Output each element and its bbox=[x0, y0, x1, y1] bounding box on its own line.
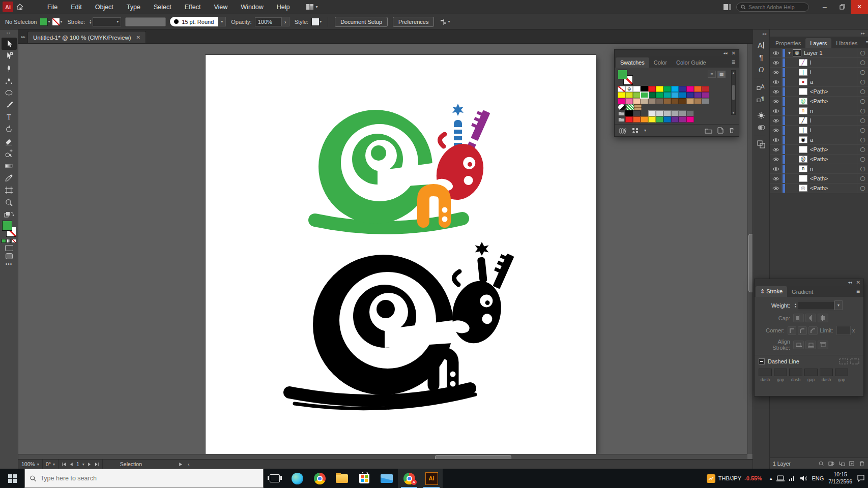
opacity-expand-button[interactable]: › bbox=[281, 17, 290, 26]
layer-thumbnail[interactable]: n bbox=[799, 165, 807, 172]
taskbar-illustrator-icon[interactable]: Ai bbox=[420, 469, 443, 488]
artboards-panel-icon[interactable] bbox=[754, 138, 768, 150]
rotation-dropdown[interactable]: 0°▾ bbox=[43, 460, 59, 469]
layer-thumbnail[interactable] bbox=[799, 175, 807, 182]
taskbar-search-input[interactable] bbox=[40, 475, 258, 482]
collapse-panels-icon[interactable]: ▸▸ bbox=[770, 29, 868, 37]
layer-target-circle[interactable]: ◯ bbox=[857, 126, 868, 135]
swatch[interactable] bbox=[663, 116, 671, 123]
black-snail-artwork[interactable] bbox=[290, 242, 514, 409]
tool-direct-selection[interactable] bbox=[2, 50, 17, 62]
fill-indicator[interactable] bbox=[2, 221, 12, 231]
laptop-icon[interactable] bbox=[776, 475, 785, 481]
swatch[interactable] bbox=[694, 86, 702, 92]
paragraph-styles-panel-icon[interactable]: ¶ bbox=[754, 93, 768, 105]
layer-target-circle[interactable]: ◯ bbox=[857, 174, 868, 183]
layer-target-circle[interactable]: ◯ bbox=[857, 77, 868, 86]
weight-stepper[interactable]: ▴▾ bbox=[795, 303, 796, 308]
layer-row-9[interactable]: ◉a◯ bbox=[770, 135, 868, 145]
workspace-switcher-icon[interactable] bbox=[718, 4, 736, 10]
swatch[interactable] bbox=[633, 110, 641, 116]
minimize-button[interactable]: ─ bbox=[816, 0, 833, 14]
swatch[interactable] bbox=[625, 98, 633, 104]
style-label[interactable]: Style: bbox=[295, 19, 309, 25]
layer-target-circle[interactable]: ◯ bbox=[857, 106, 868, 115]
document-setup-button[interactable]: Document Setup bbox=[335, 17, 388, 27]
swatch[interactable] bbox=[648, 98, 656, 104]
swatch[interactable] bbox=[641, 98, 648, 104]
layer-name[interactable]: Layer 1 bbox=[804, 50, 823, 56]
layer-target-circle[interactable]: ◯ bbox=[857, 97, 868, 106]
maximize-button[interactable] bbox=[833, 0, 851, 14]
swatches-scrollbar[interactable]: ▴▾ bbox=[731, 70, 736, 115]
first-artboard-icon[interactable] bbox=[62, 462, 66, 467]
swatch-selected[interactable] bbox=[641, 92, 648, 98]
brush-definition-dropdown[interactable]: 15 pt. Round bbox=[170, 17, 218, 26]
swatch[interactable] bbox=[679, 92, 686, 98]
horizontal-scrollbar-thumb[interactable] bbox=[435, 455, 511, 459]
layer-name[interactable]: <Path> bbox=[810, 175, 828, 181]
color-mode-none[interactable] bbox=[12, 239, 16, 243]
align-outside-button[interactable] bbox=[818, 341, 828, 349]
swatch[interactable] bbox=[625, 92, 633, 98]
document-tab[interactable]: Untitled-1* @ 100 % (CMYK/Preview) ✕ bbox=[27, 31, 146, 43]
layer-name[interactable]: <Path> bbox=[810, 88, 828, 95]
chevron-down-icon[interactable]: ▾ bbox=[60, 19, 62, 24]
layer-row-1[interactable]: ╱l◯ bbox=[770, 58, 868, 68]
close-button[interactable]: ✕ bbox=[851, 0, 868, 14]
visibility-eye-icon[interactable] bbox=[770, 97, 782, 106]
taskbar-search[interactable] bbox=[24, 469, 264, 488]
swatch[interactable] bbox=[663, 98, 671, 104]
taskbar-store-icon[interactable] bbox=[353, 469, 375, 488]
grid-view-button[interactable]: ▦ bbox=[717, 71, 726, 78]
fill-color-swatch[interactable] bbox=[40, 18, 48, 26]
swatch[interactable] bbox=[641, 86, 648, 92]
visibility-eye-icon[interactable] bbox=[770, 106, 782, 115]
vertical-scrollbar[interactable] bbox=[747, 44, 753, 454]
stroke-weight-label[interactable]: Stroke: bbox=[67, 19, 85, 25]
layer-row-13[interactable]: <Path>◯ bbox=[770, 174, 868, 184]
dash-value-field[interactable] bbox=[820, 369, 833, 376]
list-view-button[interactable]: ≡ bbox=[708, 71, 716, 78]
swatch[interactable] bbox=[671, 92, 679, 98]
artboard-dropdown-icon[interactable]: ▾ bbox=[82, 462, 84, 467]
butt-cap-button[interactable] bbox=[793, 314, 804, 322]
stroke-tab-gradient[interactable]: Gradient bbox=[787, 287, 818, 297]
preferences-button[interactable]: Preferences bbox=[393, 17, 434, 27]
tab-bar-chevrons-icon[interactable]: ▸▸ bbox=[18, 35, 27, 43]
layer-row-6[interactable]: nn◯ bbox=[770, 106, 868, 116]
layer-name[interactable]: l bbox=[810, 59, 811, 66]
volume-icon[interactable] bbox=[800, 475, 807, 481]
taskbar-chrome-icon[interactable] bbox=[308, 469, 331, 488]
layer-target-circle[interactable]: ◯ bbox=[857, 164, 868, 173]
swatches-fill-proxy[interactable] bbox=[618, 70, 627, 79]
fill-stroke-indicator[interactable] bbox=[2, 221, 17, 237]
tool-artboard[interactable] bbox=[2, 184, 17, 196]
swatch[interactable] bbox=[656, 116, 663, 123]
layer-name[interactable]: <Path> bbox=[810, 98, 828, 104]
layer-name[interactable]: a bbox=[810, 137, 813, 143]
color-mode-color[interactable] bbox=[2, 239, 6, 243]
layer-thumbnail[interactable]: | bbox=[799, 69, 807, 76]
chevron-down-icon[interactable]: ▾ bbox=[320, 19, 322, 24]
dash-value-field[interactable] bbox=[774, 369, 787, 376]
swatch[interactable] bbox=[679, 98, 686, 104]
previous-artboard-icon[interactable] bbox=[69, 462, 73, 467]
layer-target-circle[interactable]: ◯ bbox=[857, 48, 868, 57]
appearance-panel-icon[interactable] bbox=[754, 109, 768, 121]
swatch[interactable] bbox=[618, 92, 625, 98]
swatches-fill-stroke-indicator[interactable] bbox=[618, 70, 633, 85]
tool-eyedropper[interactable] bbox=[2, 172, 17, 184]
layer-thumbnail[interactable]: ◎ bbox=[793, 49, 801, 56]
swatch[interactable] bbox=[686, 98, 694, 104]
visibility-eye-icon[interactable] bbox=[770, 68, 782, 77]
style-swatch[interactable] bbox=[311, 18, 320, 26]
layer-name[interactable]: <Path> bbox=[810, 185, 828, 191]
swatch[interactable] bbox=[694, 98, 702, 104]
align-inside-button[interactable] bbox=[805, 341, 816, 349]
stroke-menu-icon[interactable]: ≡ bbox=[853, 288, 863, 297]
tool-zoom[interactable] bbox=[2, 196, 17, 208]
layer-thumbnail[interactable]: ◎ bbox=[799, 185, 807, 192]
last-artboard-icon[interactable] bbox=[95, 462, 99, 467]
swatch[interactable] bbox=[648, 86, 656, 92]
